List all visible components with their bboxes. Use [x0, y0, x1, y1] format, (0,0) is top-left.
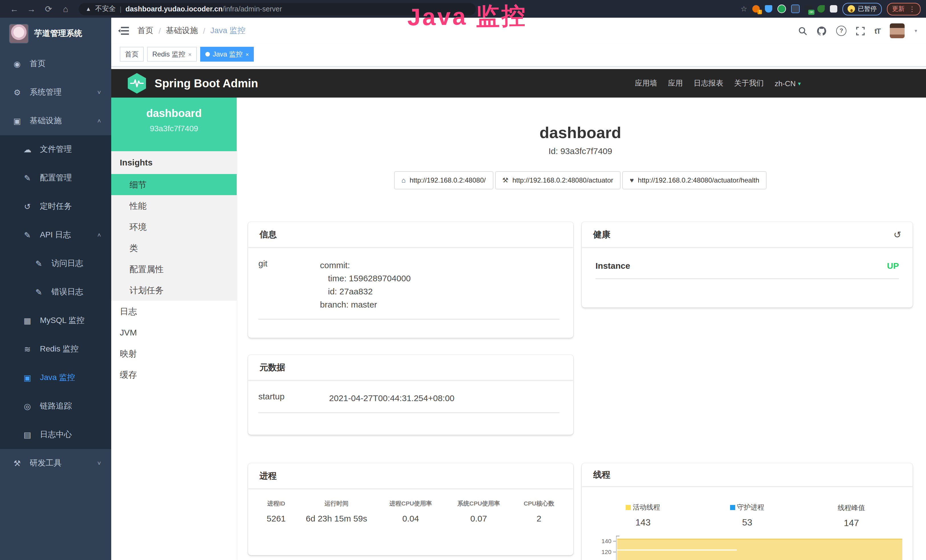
extension-icon-orange[interactable]: 1 — [752, 5, 760, 12]
history-icon: ↺ — [23, 202, 32, 211]
sba-menu-metrics[interactable]: 性能 — [111, 195, 237, 216]
paused-badge[interactable]: 已暂停 — [843, 3, 882, 15]
threads-card-title: 线程 — [593, 469, 610, 480]
extension-icon-grid[interactable] — [791, 5, 800, 13]
chevron-down-icon: ˅ — [97, 89, 101, 96]
info-git-label: git — [259, 259, 320, 311]
search-icon[interactable] — [799, 27, 807, 35]
user-menu-caret-icon[interactable]: ▾ — [915, 28, 917, 34]
browser-menu-icon[interactable]: ⋮ — [909, 5, 915, 13]
user-avatar[interactable] — [890, 23, 905, 38]
sidebar-item-log-center[interactable]: ▤日志中心 — [0, 421, 111, 449]
sidebar-menu: ◉首页 ⚙系统管理˅ ▣基础设施˄ ☁文件管理 ✎配置管理 ↺定时任务 ✎API… — [0, 50, 111, 478]
sidebar-item-redis-monitor[interactable]: ≋Redis 监控 — [0, 335, 111, 363]
info-card: 信息 git commit: time: 1596289704000 id: 2… — [248, 222, 573, 338]
extension-icon-leaf[interactable] — [817, 5, 825, 12]
sidebar-item-error-logs[interactable]: ✎错误日志 — [0, 278, 111, 306]
sba-menu-mappings[interactable]: 映射 — [111, 343, 237, 364]
process-card-title: 进程 — [260, 471, 277, 481]
live-threads-area — [617, 539, 902, 560]
metadata-card-title: 元数据 — [260, 362, 285, 373]
sba-nav-journal[interactable]: 日志报表 — [694, 78, 723, 88]
sidebar-item-tracing[interactable]: ◎链路追踪 — [0, 392, 111, 421]
extensions-puzzle-icon[interactable] — [830, 5, 837, 12]
sba-menu-caches[interactable]: 缓存 — [111, 364, 237, 385]
help-icon[interactable]: ? — [836, 26, 846, 36]
info-git-row: git commit: time: 1596289704000 id: 27aa… — [259, 259, 560, 319]
sba-menu-jvm[interactable]: JVM — [111, 322, 237, 343]
sba-menu-config-props[interactable]: 配置属性 — [111, 259, 237, 280]
breadcrumb-infrastructure[interactable]: 基础设施 — [166, 26, 198, 36]
sba-nav-wallboard[interactable]: 应用墙 — [635, 78, 657, 88]
instance-id-line: Id: 93a3fc7f7409 — [248, 146, 912, 156]
health-status-badge: UP — [887, 261, 899, 271]
close-icon[interactable]: × — [188, 48, 192, 61]
browser-back-icon[interactable]: ← — [6, 4, 23, 14]
sidebar-item-access-logs[interactable]: ✎访问日志 — [0, 249, 111, 278]
actuator-url-button[interactable]: ⚒http://192.168.0.2:48080/actuator — [495, 171, 620, 189]
browser-actions: ☆ 1 on 已暂停 更新⋮ — [741, 3, 921, 15]
metadata-card: 元数据 startup 2021-04-27T00:44:31.254+08:0… — [248, 355, 573, 435]
service-url-button[interactable]: ⌂http://192.168.0.2:48080/ — [394, 171, 493, 189]
sba-brand-title[interactable]: Spring Boot Admin — [154, 77, 258, 90]
surprised-emoji-icon — [847, 5, 855, 12]
instance-id: 93a3fc7f7409 — [111, 124, 237, 133]
update-button[interactable]: 更新⋮ — [887, 3, 921, 15]
health-history-icon[interactable]: ↺ — [893, 229, 901, 240]
instance-name: dashboard — [111, 107, 237, 120]
extension-icon-green-circle[interactable] — [778, 5, 786, 13]
sba-menu-details[interactable]: 细节 — [111, 174, 237, 195]
font-size-icon[interactable]: tT — [875, 27, 881, 35]
sba-menu-logs[interactable]: 日志 — [111, 301, 237, 322]
spring-boot-admin-logo-icon[interactable] — [127, 73, 147, 94]
extension-icon-dark[interactable]: on — [805, 5, 812, 12]
sba-nav-about[interactable]: 关于我们 — [734, 78, 764, 88]
metadata-startup-value: 2021-04-27T00:44:31.254+08:00 — [329, 391, 560, 404]
sba-language-select[interactable]: zh-CN▾ — [775, 79, 801, 88]
sba-menu-scheduled-tasks[interactable]: 计划任务 — [111, 280, 237, 301]
sba-nav: 应用墙 应用 日志报表 关于我们 zh-CN▾ — [635, 78, 801, 88]
github-icon[interactable] — [817, 26, 826, 36]
sidebar-item-mysql-monitor[interactable]: ▦MySQL 监控 — [0, 306, 111, 335]
admin-sidebar: 芋道管理系统 ◉首页 ⚙系统管理˅ ▣基础设施˄ ☁文件管理 ✎配置管理 ↺定时… — [0, 18, 111, 560]
page-url[interactable]: dashboard.yudao.iocoder.cn/infra/admin-s… — [126, 5, 282, 13]
sidebar-item-infrastructure[interactable]: ▣基础设施˄ — [0, 107, 111, 135]
sidebar-item-system[interactable]: ⚙系统管理˅ — [0, 78, 111, 107]
live-threads-legend-swatch — [626, 505, 631, 510]
sba-menu-classes[interactable]: 类 — [111, 238, 237, 259]
process-table: 进程ID 运行时间 进程CPU使用率 系统CPU使用率 CPU核心数 — [256, 500, 565, 524]
health-url-button[interactable]: ♥http://192.168.0.2:48080/actuator/healt… — [622, 171, 767, 189]
sidebar-item-dev-tools[interactable]: ⚒研发工具˅ — [0, 449, 111, 478]
sidebar-item-java-monitor[interactable]: ▣Java 监控 — [0, 363, 111, 392]
sidebar-item-api-logs[interactable]: ✎API 日志˄ — [0, 221, 111, 249]
browser-home-icon[interactable]: ⌂ — [57, 4, 74, 14]
sidebar-item-file-management[interactable]: ☁文件管理 — [0, 135, 111, 164]
process-col-pid: 进程ID — [256, 500, 296, 508]
daemon-threads-legend-swatch — [730, 505, 735, 510]
sidebar-item-config-management[interactable]: ✎配置管理 — [0, 164, 111, 192]
sidebar-item-home[interactable]: ◉首页 — [0, 50, 111, 78]
fullscreen-icon[interactable] — [856, 27, 865, 35]
security-label[interactable]: 不安全 — [95, 4, 116, 14]
chevron-down-icon: ▾ — [798, 80, 801, 86]
tab-java-monitor[interactable]: Java 监控× — [200, 47, 254, 62]
breadcrumb-home[interactable]: 首页 — [138, 26, 153, 36]
eye-icon: ◎ — [23, 402, 32, 411]
sba-menu-section-insights: Insights — [111, 151, 237, 174]
sba-menu: Insights 细节 性能 环境 类 配置属性 计划任务 日志 JVM 映射 — [111, 151, 237, 385]
screenshot-stage: ← → ⟳ ⌂ ▲ 不安全 | dashboard.yudao.iocoder.… — [0, 0, 926, 560]
tab-home[interactable]: 首页 — [120, 47, 144, 62]
close-icon[interactable]: × — [245, 48, 249, 61]
hamburger-icon[interactable] — [118, 26, 130, 35]
sba-menu-environment[interactable]: 环境 — [111, 216, 237, 238]
bookmark-star-icon[interactable]: ☆ — [741, 5, 747, 13]
extension-icon-pin[interactable] — [765, 5, 772, 12]
sidebar-item-scheduled-tasks[interactable]: ↺定时任务 — [0, 192, 111, 221]
tools-icon: ⚒ — [12, 459, 22, 468]
browser-reload-icon[interactable]: ⟳ — [40, 4, 57, 14]
edit-icon: ✎ — [34, 288, 43, 297]
sba-nav-applications[interactable]: 应用 — [668, 78, 683, 88]
tab-redis-monitor[interactable]: Redis 监控× — [147, 47, 197, 62]
header-actions: ? tT ▾ — [799, 23, 917, 38]
browser-forward-icon[interactable]: → — [23, 4, 40, 14]
